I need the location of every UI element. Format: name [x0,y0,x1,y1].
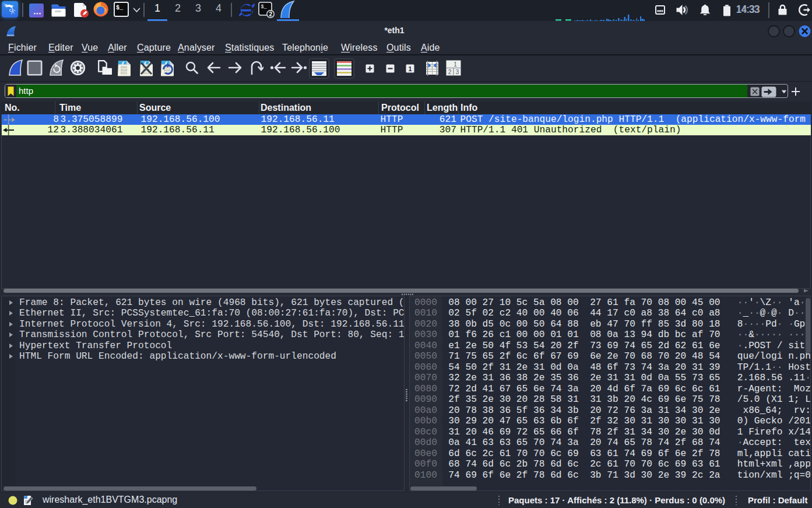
svg-text:0111: 0111 [121,72,127,75]
svg-text:3: 3 [456,69,459,75]
svg-text:2: 2 [269,11,272,17]
svg-text:$_: $_ [261,4,268,10]
svg-text:$_: $_ [116,5,124,11]
svg-text:1: 1 [408,65,412,72]
svg-text:2: 2 [448,69,452,75]
svg-text:1: 1 [454,61,457,68]
